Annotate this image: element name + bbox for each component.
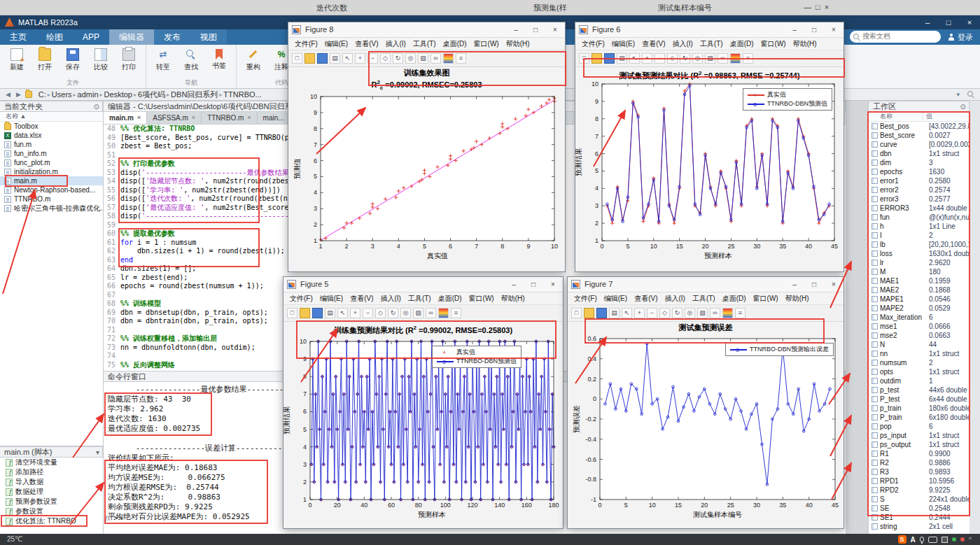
brush-data-icon[interactable]: ▨ [705,53,715,64]
print-button[interactable]: 打印 [115,47,142,72]
open-file-icon[interactable] [304,53,315,64]
pathbar-dropdown-icon[interactable]: ▾ [955,91,961,98]
figure-menu-item[interactable]: 帮助(H) [498,292,528,304]
workspace-row[interactable]: error10.2580 [869,176,969,185]
open-file-icon[interactable] [584,308,594,318]
workspace-row[interactable]: MAE10.1959 [869,276,969,285]
workspace-row[interactable]: lb[20,20,1000,1.5... [869,240,969,249]
zoom-out-icon[interactable]: − [647,308,657,318]
workspace-row[interactable]: dim3 [869,158,969,167]
print-figure-icon[interactable]: ▤ [617,53,627,64]
figure-menu-item[interactable]: 查看(V) [351,38,382,50]
figure-menu-item[interactable]: 查看(V) [346,292,377,304]
file-item[interactable]: Toolbox [0,122,103,131]
taskbar-weather[interactable]: 25℃ [7,535,22,543]
legend-item[interactable]: oTTNRBO-DBN预测值 [748,99,827,108]
maximize-button[interactable]: □ [526,22,545,37]
close-button[interactable]: × [824,22,844,37]
command-prompt-row[interactable]: fx>> [105,514,122,523]
plot-legend[interactable]: +真实值oTTNRBO-DBN预测值 [432,346,522,368]
find-button[interactable]: 查找 [178,47,204,72]
workspace-row[interactable]: p_test44x6 double [869,385,969,395]
current-folder-header[interactable]: 当前文件夹 ⊙ [0,101,103,112]
tray-green-dot[interactable] [952,537,956,542]
print-figure-icon[interactable]: ▤ [330,53,340,64]
figure-menu-item[interactable]: 工具(T) [410,38,440,50]
new-figure-icon[interactable]: □ [292,53,302,64]
workspace-row[interactable]: mse20.0663 [869,331,969,340]
maximize-button[interactable]: □ [804,22,824,37]
pan-icon[interactable]: ◇ [667,53,678,64]
workspace-row[interactable]: I2 [869,231,969,240]
workspace-row[interactable]: S224x1 double [869,495,969,504]
data-cursor-icon[interactable]: ◎ [685,308,695,318]
sogou-input-icon[interactable]: S [898,535,906,544]
bookmark-button[interactable]: 书签 [206,47,232,72]
zoom-out-icon[interactable]: − [654,53,665,64]
rotate-3d-icon[interactable]: ↻ [672,308,682,318]
workspace-header[interactable]: 工作区 ⊙ [869,101,969,112]
figure-menu-item[interactable]: 插入(I) [668,38,696,50]
workspace-row[interactable]: RPD29.9225 [869,486,969,495]
workspace-row[interactable]: ps_output1x1 struct [869,440,969,449]
file-item[interactable]: main.m [0,176,103,185]
figure-window-7[interactable]: Figure 7 –□× 文件(F)编辑(E)查看(V)插入(I)工具(T)桌面… [567,276,844,529]
workspace-row[interactable]: N44 [869,340,969,349]
figure-menu-item[interactable]: 编辑(E) [601,292,631,304]
figure-menu-item[interactable]: 插入(I) [377,292,404,304]
rotate-3d-icon[interactable]: ↻ [680,53,690,64]
breadcrumb-segment[interactable]: Desktop [104,90,133,99]
rotate-3d-icon[interactable]: ↻ [388,308,398,318]
column-value[interactable]: 值 [923,112,969,121]
edit-plot-icon[interactable]: ↖ [342,53,353,64]
zoom-in-icon[interactable]: + [350,308,360,318]
figure-menu-item[interactable]: 工具(T) [689,292,719,304]
close-button[interactable]: × [543,277,563,292]
print-figure-icon[interactable]: ▤ [609,308,620,318]
figure-menu-item[interactable]: 文件(F) [291,38,321,50]
details-header[interactable]: main.m (脚本) ▾ [0,446,103,458]
input-mode-icon[interactable]: A [911,536,916,544]
figure-menu-item[interactable]: 桌面(D) [435,292,465,304]
figure-window-5[interactable]: Figure 5 –□× 文件(F)编辑(E)查看(V)插入(I)工具(T)桌面… [283,276,564,529]
figure-menu-item[interactable]: 桌面(D) [440,38,470,50]
workspace-row[interactable]: ps_input1x1 struct [869,431,969,440]
script-section-item[interactable]: 清空环境变量 [0,458,103,467]
workspace-row[interactable]: opts1x1 struct [869,367,969,376]
data-cursor-icon[interactable]: ◎ [400,308,411,318]
workspace-row[interactable]: epochs1630 [869,167,969,176]
ribbon-tab-发布[interactable]: 发布 [154,29,190,45]
workspace-row[interactable]: RPD110.5956 [869,476,969,486]
new-figure-icon[interactable]: □ [571,308,582,318]
script-section-item[interactable]: 添加路径 [0,467,103,477]
figure-titlebar[interactable]: Figure 6 –□× [575,22,844,38]
link-plot-icon[interactable]: ∞ [710,308,720,318]
doc-search-input[interactable] [862,31,932,41]
compare-button[interactable]: 比较 [88,47,114,72]
keyboard-icon[interactable] [928,537,937,543]
goto-button[interactable]: 转至 [150,47,176,72]
legend-item[interactable]: oTTNRBO-DBN预测值 [437,357,517,366]
figure-menu-item[interactable]: 工具(T) [696,38,727,50]
workspace-row[interactable]: Best_pos[43.0022,29.82... [869,122,969,131]
figure-menu-item[interactable]: 帮助(H) [503,38,533,50]
workspace-row[interactable]: MAPE20.0529 [869,304,969,313]
column-name[interactable]: 名称 [869,112,923,121]
workspace-row[interactable]: SE10.2444 [869,513,969,522]
edit-plot-icon[interactable]: ↖ [337,308,348,318]
workspace-row[interactable]: nn1x1 struct [869,349,969,358]
open-file-icon[interactable] [592,53,602,64]
breadcrumb-segment[interactable]: admin [77,90,99,99]
script-section-item[interactable]: 导入数据 [0,477,103,487]
file-item[interactable]: func_plot.m [0,158,103,167]
maximize-button[interactable]: □ [938,15,959,29]
workspace-row[interactable]: p_train180x6 double [869,404,969,413]
insert-legend-icon[interactable]: ≡ [735,308,746,318]
zoom-in-icon[interactable]: + [634,308,645,318]
workspace-row[interactable]: R20.9886 [869,458,969,467]
insert-colorbar-icon[interactable] [443,53,454,64]
workspace-row[interactable]: string2x1 cell [869,522,969,531]
breadcrumb-segment[interactable]: Users [51,90,73,99]
figure-menu-item[interactable]: 文件(F) [286,292,316,304]
breadcrumb-segment[interactable]: TTNRBO... [223,90,262,99]
